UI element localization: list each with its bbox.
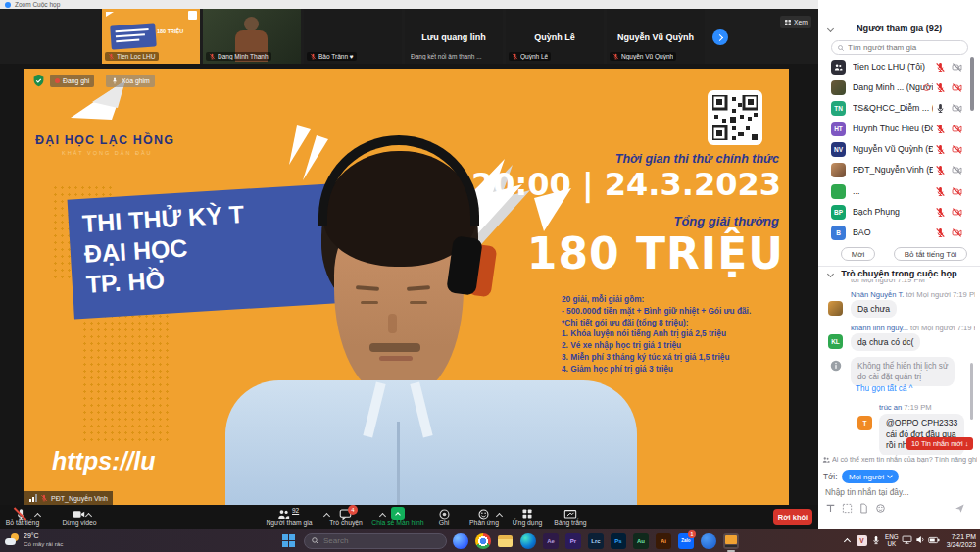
collapse-all-link[interactable]: Thu gọn tất cả ^ [856, 384, 912, 393]
chat-panel-title: Trò chuyện trong cuộc họp [818, 269, 980, 278]
attach-file-icon[interactable] [858, 503, 869, 514]
participant-row[interactable]: Dang Minh ... (Người chủ trì) [818, 77, 980, 97]
tray-expand-chevron[interactable] [844, 538, 851, 545]
video-thumbnail[interactable]: Nguyễn Vũ Quỳnh Nguyễn Vũ Quỳnh [607, 9, 705, 64]
time-label: Thời gian thi thử chính thức [615, 152, 779, 166]
video-filmstrip: 180 TRIỆU Tien Loc LHU Dang Minh Thanh B… [0, 9, 818, 64]
avatar [831, 80, 846, 95]
chrome-icon[interactable] [475, 533, 491, 549]
speaker-name: PĐT_Nguyễn Vinh [51, 495, 108, 502]
file-explorer-icon[interactable] [498, 533, 514, 549]
mic-muted-icon [209, 53, 216, 60]
clipped-message-header: tới Mọi người 7:19 PM [851, 279, 925, 284]
participants-scrollbar[interactable] [970, 57, 974, 111]
unpin-button[interactable]: Xóa ghim [106, 75, 155, 87]
headphones-band [318, 135, 479, 226]
next-videos-button[interactable] [712, 29, 728, 45]
search-icon [311, 536, 319, 545]
invite-button[interactable]: Mời [841, 247, 875, 261]
avatar: B [831, 226, 846, 240]
participant-row[interactable]: BP Bạch Phụng [818, 202, 980, 222]
after-effects-icon[interactable]: Ae [543, 533, 559, 549]
participant-row[interactable]: B BAO [818, 223, 980, 242]
weather-icon [5, 533, 20, 546]
zoom-active-app-icon[interactable] [723, 533, 739, 549]
participant-search[interactable] [831, 40, 968, 55]
mic-muted-icon [935, 227, 946, 238]
premiere-icon[interactable]: Pr [565, 533, 581, 549]
record-dot-icon [55, 78, 60, 83]
recording-indicator: Đang ghi [50, 75, 94, 87]
avatar [831, 60, 846, 75]
send-icon[interactable] [955, 503, 965, 514]
video-thumbnail[interactable]: Bảo Trânn ♥ [304, 9, 402, 64]
avatar: HT [831, 122, 846, 136]
unmute-me-button[interactable]: Bỏ tắt tiếng Tôi [894, 247, 967, 261]
lightroom-icon[interactable]: Lrc [588, 533, 604, 549]
screenshot-icon[interactable] [842, 503, 853, 514]
mic-muted-icon [310, 53, 317, 60]
whiteboard-button[interactable]: Bảng trắng [541, 505, 600, 529]
mic-muted-icon [935, 186, 946, 197]
video-thumbnail[interactable]: Lưu quang linh Đang kết nối âm thanh ... [405, 9, 503, 64]
photoshop-icon[interactable]: Ps [611, 533, 626, 549]
participant-row[interactable]: ... [818, 181, 980, 201]
leave-button[interactable]: Rời khỏi [773, 509, 812, 525]
chat-scrollbar[interactable] [970, 363, 973, 420]
tray-speaker-icon[interactable] [915, 534, 926, 545]
to-recipient-dropdown[interactable]: Mọi người [842, 470, 899, 483]
view-button-label: Xem [794, 19, 808, 25]
new-messages-button[interactable]: 10 Tin nhắn mới ↓ [906, 437, 973, 450]
video-thumbnail[interactable]: Dang Minh Thanh [203, 9, 301, 64]
presenter-eye-right [410, 301, 427, 304]
meeting-security-badge[interactable] [32, 75, 45, 87]
participants-button[interactable]: 92 Người tham gia [255, 505, 323, 529]
clock[interactable]: 7:21 PM 3/24/2023 [943, 533, 976, 549]
messenger-icon[interactable] [701, 533, 716, 549]
participant-row[interactable]: NV Nguyễn Vũ Quỳnh (Đồng chủ trì) [818, 139, 980, 159]
tray-mic-icon[interactable] [871, 535, 881, 545]
zalo-icon[interactable]: Zalo 1 [678, 533, 694, 549]
format-text-icon[interactable] [825, 503, 836, 514]
participant-search-input[interactable] [848, 43, 956, 52]
v-app-tray-icon[interactable]: V [857, 535, 867, 546]
avatar: TN [831, 101, 846, 116]
chat-message-bubble: Dạ chưa [851, 300, 897, 318]
avatar [831, 184, 846, 199]
zoom-app-icon [5, 2, 11, 8]
camera-off-icon [952, 186, 962, 197]
weather-widget[interactable]: 29°C Có mây rải rác [5, 532, 63, 547]
thumb-name: Quỳnh Lê [520, 53, 548, 60]
video-thumbnail[interactable]: Quỳnh Lê Quỳnh Lê [506, 9, 604, 64]
avatar [831, 163, 846, 177]
thumb-name: Tien Loc LHU [117, 53, 156, 60]
participant-row[interactable]: PĐT_Nguyễn Vinh (Đồng chủ trì) [818, 160, 980, 179]
language-indicator[interactable]: ENG UK [885, 533, 899, 547]
video-thumbnail[interactable]: 180 TRIỆU Tien Loc LHU [102, 9, 200, 64]
taskbar-search-input[interactable] [323, 536, 431, 545]
thumb-status: Đang kết nối âm thanh ... [411, 53, 482, 60]
illustrator-icon[interactable]: Ai [656, 533, 671, 549]
start-button[interactable] [282, 534, 295, 547]
emoji-icon[interactable] [875, 503, 886, 514]
participant-row[interactable]: TN TS&QHCC_Diễm ... (Đồng chủ trì) [818, 98, 980, 118]
shield-icon [32, 75, 45, 87]
university-tagline: KHÁT VỌNG DẪN ĐẦU [62, 150, 153, 156]
copilot-icon[interactable] [453, 533, 468, 549]
to-label: Tới: [823, 473, 837, 481]
stop-video-button[interactable]: Dừng video [51, 505, 108, 529]
taskbar-search[interactable] [304, 533, 447, 549]
tray-battery-icon[interactable] [928, 534, 940, 546]
camera-off-icon [952, 207, 962, 218]
participant-row[interactable]: Tien Loc LHU (Tôi) [818, 57, 980, 76]
chat-input[interactable] [823, 486, 970, 498]
participants-count: 92 [292, 507, 299, 514]
edge-icon[interactable] [520, 533, 536, 549]
tray-cast-icon[interactable] [902, 534, 912, 545]
view-button[interactable]: Xem [780, 16, 811, 28]
audition-icon[interactable]: Au [633, 533, 649, 549]
camera-off-icon [952, 62, 962, 73]
participant-row[interactable]: HT Huynh Thuc Hieu (Đồng chủ trì) [818, 119, 980, 138]
avatar: KL [828, 334, 843, 349]
presenter-mouth [379, 356, 413, 361]
